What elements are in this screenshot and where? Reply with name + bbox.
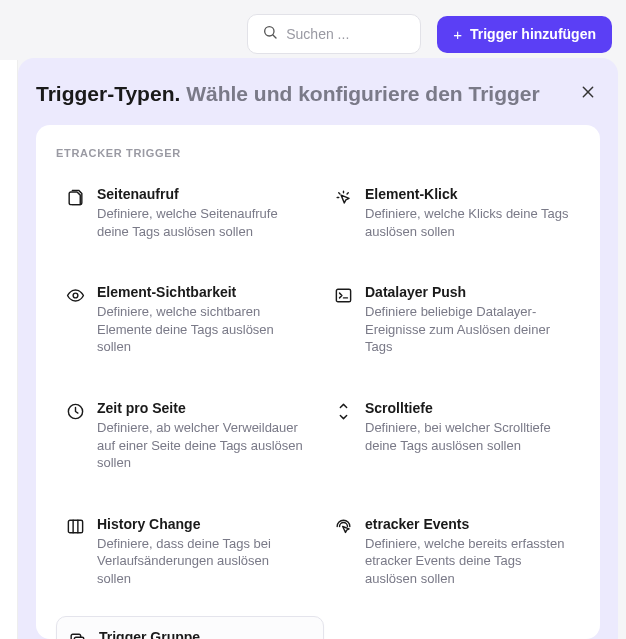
modal-title-strong: Trigger-Typen. [36,82,180,105]
plus-icon: + [453,26,462,43]
trigger-time-on-page[interactable]: Zeit pro Seite Definiere, ab welcher Ver… [56,391,312,481]
trigger-title: Datalayer Push [365,284,571,300]
cursor-signal-icon [333,517,353,537]
trigger-desc: Definiere, welche Seitenaufrufe deine Ta… [97,205,303,240]
clock-icon [65,401,85,421]
trigger-scroll-depth[interactable]: Scrolltiefe Definiere, bei welcher Scrol… [324,391,580,481]
scroll-icon [333,401,353,421]
trigger-etracker-events[interactable]: etracker Events Definiere, welche bereit… [324,507,580,597]
trigger-desc: Definiere, welche bereits erfassten etra… [365,535,571,588]
trigger-title: Zeit pro Seite [97,400,303,416]
search-input[interactable] [286,26,406,42]
copy-icon [67,630,87,639]
eye-icon [65,285,85,305]
trigger-title: Scrolltiefe [365,400,571,416]
search-icon [262,24,278,44]
trigger-grid-last-row: Trigger Gruppe Definiere mehrere Trigger… [56,616,580,639]
svg-rect-7 [68,520,82,533]
add-trigger-button[interactable]: + Trigger hinzufügen [437,16,612,53]
svg-point-4 [73,293,78,298]
section-label: ETRACKER TRIGGER [56,147,580,159]
columns-icon [65,517,85,537]
trigger-title: History Change [97,516,303,532]
trigger-pageview[interactable]: Seitenaufruf Definiere, welche Seitenauf… [56,177,312,249]
modal-header: Trigger-Typen. Wähle und konfiguriere de… [36,80,600,107]
trigger-datalayer[interactable]: Datalayer Push Definiere beliebige Datal… [324,275,580,365]
trigger-desc: Definiere, ab welcher Verweildauer auf e… [97,419,303,472]
trigger-grid: Seitenaufruf Definiere, welche Seitenauf… [56,177,580,596]
trigger-element-click[interactable]: Element-Klick Definiere, welche Klicks d… [324,177,580,249]
terminal-icon [333,285,353,305]
background-strip [0,60,18,639]
trigger-desc: Definiere, welche Klicks deine Tags ausl… [365,205,571,240]
trigger-types-modal: Trigger-Typen. Wähle und konfiguriere de… [18,58,618,639]
trigger-title: Trigger Gruppe [99,629,313,639]
pageview-icon [65,187,85,207]
trigger-desc: Definiere, dass deine Tags bei Verlaufsä… [97,535,303,588]
trigger-title: etracker Events [365,516,571,532]
trigger-types-panel: ETRACKER TRIGGER Seitenaufruf Definiere,… [36,125,600,639]
modal-title-sub: Wähle und konfiguriere den Trigger [186,82,540,105]
modal-title: Trigger-Typen. Wähle und konfiguriere de… [36,80,540,107]
trigger-visibility[interactable]: Element-Sichtbarkeit Definiere, welche s… [56,275,312,365]
svg-line-1 [273,35,276,38]
close-button[interactable] [576,80,600,107]
search-input-wrap[interactable] [247,14,421,54]
add-trigger-label: Trigger hinzufügen [470,26,596,42]
svg-rect-5 [336,289,350,302]
trigger-group[interactable]: Trigger Gruppe Definiere mehrere Trigger… [56,616,324,639]
trigger-title: Seitenaufruf [97,186,303,202]
trigger-history-change[interactable]: History Change Definiere, dass deine Tag… [56,507,312,597]
trigger-desc: Definiere beliebige Datalayer-Ereignisse… [365,303,571,356]
trigger-desc: Definiere, bei welcher Scrolltiefe deine… [365,419,571,454]
trigger-desc: Definiere, welche sichtbaren Elemente de… [97,303,303,356]
trigger-title: Element-Sichtbarkeit [97,284,303,300]
trigger-title: Element-Klick [365,186,571,202]
click-icon [333,187,353,207]
